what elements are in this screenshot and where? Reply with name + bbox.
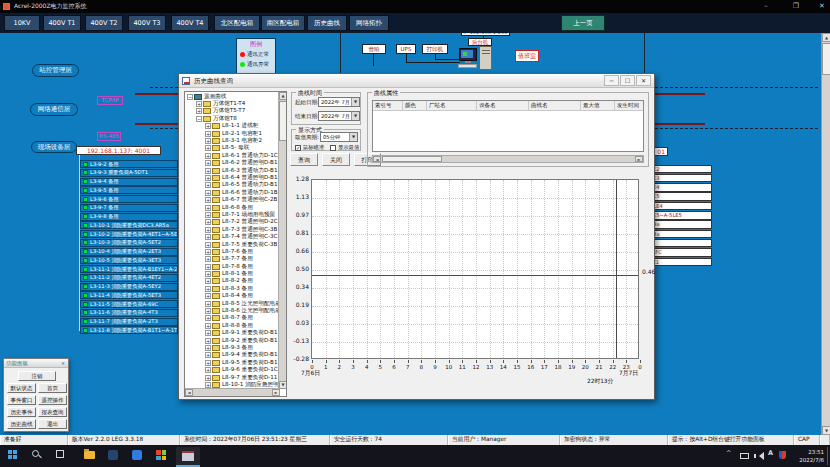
expand-icon[interactable]: + bbox=[205, 330, 211, 336]
start-date-combo[interactable]: 2022年 7月 6日 ▼ bbox=[318, 97, 360, 107]
mouse-crosshair-checkbox[interactable]: ✓ 鼠标瞄准 bbox=[295, 144, 324, 151]
search-icon[interactable] bbox=[32, 450, 39, 457]
device-list-item[interactable]: L3-10-4 消防重要负荷A-2ET3 bbox=[80, 248, 178, 256]
table-column-header[interactable]: 设备名 bbox=[477, 101, 529, 111]
window-minimize-button[interactable]: – bbox=[758, 0, 774, 13]
dialog-close-button[interactable]: ✕ bbox=[636, 75, 651, 86]
expand-icon[interactable]: + bbox=[205, 242, 211, 248]
tab-2[interactable]: 400V T1 bbox=[43, 15, 81, 31]
expand-icon[interactable]: + bbox=[205, 315, 211, 321]
device-list-item[interactable]: L3-9-8 备用 bbox=[80, 213, 178, 221]
expand-icon[interactable]: + bbox=[205, 286, 211, 292]
window-close-button[interactable]: ✕ bbox=[814, 0, 830, 13]
device-list-item[interactable]: L3-10-5 消防重要负荷A-3ET3 bbox=[80, 256, 178, 264]
table-column-header[interactable]: 发生时间 bbox=[615, 101, 644, 111]
device-list-item[interactable]: L3-11-6 消防重要负荷A-4T3 bbox=[80, 309, 178, 317]
expand-icon[interactable]: + bbox=[205, 123, 211, 129]
dialog-minimize-button[interactable]: ─ bbox=[604, 75, 619, 86]
expand-icon[interactable]: + bbox=[205, 234, 211, 240]
tab-6[interactable]: 北区配电箱 bbox=[214, 15, 260, 31]
scroll-up-icon[interactable]: ▲ bbox=[279, 92, 287, 100]
app-icon-2[interactable] bbox=[132, 450, 142, 460]
tray-input-indicator[interactable]: A bbox=[768, 449, 773, 457]
expand-icon[interactable]: + bbox=[205, 278, 211, 284]
active-app-taskbar-button[interactable] bbox=[176, 447, 200, 467]
chevron-down-icon[interactable]: ▼ bbox=[349, 133, 357, 141]
expand-icon[interactable]: + bbox=[205, 308, 211, 314]
function-button-默认状态[interactable]: 默认状态 bbox=[7, 383, 36, 393]
expand-icon[interactable]: + bbox=[205, 219, 211, 225]
function-button-历史曲线[interactable]: 历史曲线 bbox=[7, 419, 36, 429]
expand-icon[interactable]: + bbox=[205, 256, 211, 262]
scroll-down-icon[interactable]: ▼ bbox=[279, 381, 287, 389]
expand-icon[interactable]: + bbox=[205, 375, 211, 381]
expand-icon[interactable]: + bbox=[205, 323, 211, 329]
function-button-注销[interactable]: 注销 bbox=[18, 371, 56, 381]
device-list-item[interactable]: L3-11-8 消防重要负荷A-B1T1~A-1T1 bbox=[80, 326, 178, 334]
expand-icon[interactable]: + bbox=[205, 367, 211, 373]
tray-security-icon[interactable] bbox=[779, 451, 786, 459]
app-icon-3[interactable] bbox=[156, 450, 166, 460]
device-list-item[interactable]: L3-11-2 消防重要负荷A-4ET2 bbox=[80, 274, 178, 282]
tab-9[interactable]: 网络拓扑 bbox=[349, 15, 389, 31]
scroll-left-icon[interactable]: ◄ bbox=[185, 389, 193, 396]
expand-icon[interactable]: + bbox=[205, 153, 211, 159]
device-list-item[interactable]: L3-9-6 备用 bbox=[80, 195, 178, 203]
tree-horizontal-scrollbar[interactable]: ◄ ► bbox=[185, 388, 280, 396]
expand-icon[interactable]: + bbox=[205, 360, 211, 366]
expand-icon[interactable]: + bbox=[205, 227, 211, 233]
expand-icon[interactable]: + bbox=[205, 190, 211, 196]
expand-icon[interactable]: + bbox=[205, 131, 211, 137]
device-list-item[interactable]: L3-11-1 消防重要负荷A-B1EY1~A-2B bbox=[80, 265, 178, 273]
device-list-item[interactable]: L3-10-2 消防重要负荷A-4ET1~A-5ET1 bbox=[80, 230, 178, 238]
tab-8[interactable]: 历史曲线 bbox=[307, 15, 347, 31]
task-view-icon[interactable] bbox=[56, 450, 64, 458]
dialog-maximize-button[interactable]: ☐ bbox=[620, 75, 635, 86]
table-column-header[interactable]: 索引号 bbox=[373, 101, 403, 111]
device-list-item[interactable]: L3-10-3 消防重要负荷A-5ET2 bbox=[80, 239, 178, 247]
main-vertical-scrollbar[interactable]: ▲ ▼ bbox=[821, 33, 830, 435]
tray-speaker-icon[interactable] bbox=[754, 452, 762, 460]
device-list-item[interactable]: L3-11-3 消防重要负荷A-5EY2 bbox=[80, 283, 178, 291]
function-button-事件窗口[interactable]: 事件窗口 bbox=[7, 395, 36, 405]
dialog-button-2[interactable]: 关闭 bbox=[322, 153, 350, 166]
taskbar-clock[interactable]: 23:51 2022/7/6 bbox=[790, 448, 824, 464]
expand-icon[interactable]: + bbox=[205, 352, 211, 358]
tab-4[interactable]: 400V T3 bbox=[128, 15, 166, 31]
end-date-combo[interactable]: 2022年 7月 6日 ▼ bbox=[318, 111, 360, 121]
expand-icon[interactable]: + bbox=[205, 168, 211, 174]
file-explorer-icon[interactable] bbox=[84, 451, 95, 459]
chart-plot-area[interactable]: 012345678910111213141516171819202122230 bbox=[311, 179, 639, 359]
expand-icon[interactable]: + bbox=[205, 182, 211, 188]
expand-icon[interactable]: + bbox=[205, 293, 211, 299]
device-list-item[interactable]: L3-9-3 重要负荷A-5DT1 bbox=[80, 169, 178, 177]
expand-icon[interactable]: + bbox=[205, 175, 211, 181]
expand-icon[interactable]: + bbox=[205, 205, 211, 211]
expand-icon[interactable]: + bbox=[205, 138, 211, 144]
scroll-down-icon[interactable]: ▼ bbox=[822, 426, 830, 435]
function-button-首页[interactable]: 首页 bbox=[38, 383, 67, 393]
device-list-item[interactable]: L3-9-7 备用 bbox=[80, 204, 178, 212]
expand-icon[interactable]: + bbox=[205, 160, 211, 166]
table-column-header[interactable]: 最大值 bbox=[581, 101, 615, 111]
scroll-left-icon[interactable]: ◄ bbox=[373, 156, 381, 162]
collapse-icon[interactable]: − bbox=[187, 94, 193, 100]
scroll-thumb[interactable] bbox=[279, 101, 287, 141]
function-button-退出[interactable]: 退出 bbox=[38, 419, 67, 429]
device-list-item[interactable]: L3-9-5 备用 bbox=[80, 186, 178, 194]
scroll-up-icon[interactable]: ▲ bbox=[822, 33, 830, 42]
device-list-item[interactable]: L3-9-4 备用 bbox=[80, 178, 178, 186]
table-column-header[interactable]: 厂站名 bbox=[427, 101, 477, 111]
expand-icon[interactable]: + bbox=[196, 108, 202, 114]
chevron-down-icon[interactable]: ▼ bbox=[351, 98, 359, 106]
back-page-button[interactable]: 上一页 bbox=[561, 15, 605, 31]
tray-display-icon[interactable] bbox=[740, 453, 749, 459]
close-icon[interactable]: × bbox=[59, 360, 67, 367]
expand-icon[interactable]: + bbox=[196, 101, 202, 107]
expand-icon[interactable]: + bbox=[205, 345, 211, 351]
function-button-报表查询[interactable]: 报表查询 bbox=[38, 407, 67, 417]
expand-icon[interactable]: + bbox=[205, 249, 211, 255]
dialog-titlebar[interactable]: 历史曲线查询 ─ ☐ ✕ bbox=[179, 74, 654, 88]
checkbox-icon[interactable]: ✓ bbox=[295, 145, 301, 151]
device-list-item[interactable]: L3-9-2 备用 bbox=[80, 160, 178, 168]
